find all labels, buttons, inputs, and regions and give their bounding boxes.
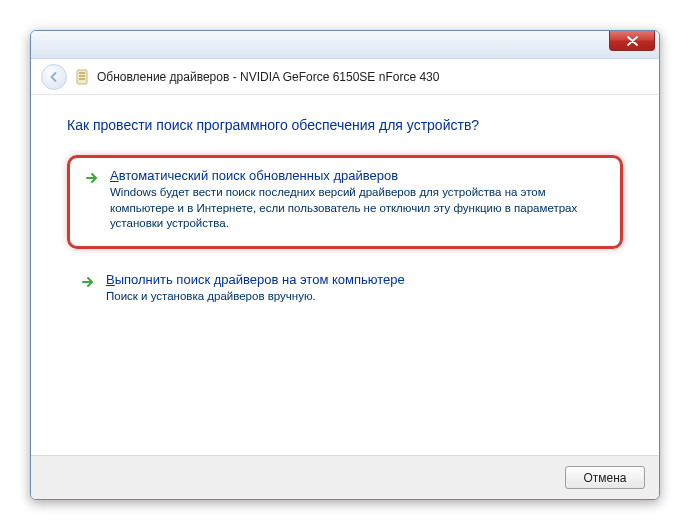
arrow-left-icon — [48, 71, 60, 83]
header-row: Обновление драйверов - NVIDIA GeForce 61… — [31, 59, 659, 95]
footer: Отмена — [31, 455, 659, 499]
driver-update-window: Обновление драйверов - NVIDIA GeForce 61… — [30, 30, 660, 500]
svg-rect-3 — [79, 78, 85, 80]
close-icon — [627, 36, 638, 46]
arrow-right-icon — [80, 274, 96, 290]
svg-rect-1 — [79, 72, 85, 74]
titlebar — [31, 31, 659, 59]
arrow-right-icon — [84, 170, 100, 186]
svg-rect-2 — [79, 75, 85, 77]
option-auto-search[interactable]: Автоматический поиск обновленных драйвер… — [67, 155, 623, 249]
cancel-button[interactable]: Отмена — [565, 466, 645, 489]
close-button[interactable] — [609, 31, 655, 51]
option-title: Автоматический поиск обновленных драйвер… — [110, 168, 606, 183]
window-title: Обновление драйверов - NVIDIA GeForce 61… — [97, 70, 439, 84]
option-title: Выполнить поиск драйверов на этом компью… — [106, 272, 610, 287]
page-heading: Как провести поиск программного обеспече… — [67, 117, 623, 133]
content-area: Как провести поиск программного обеспече… — [31, 95, 659, 339]
option-description: Поиск и установка драйверов вручную. — [106, 289, 610, 305]
option-description: Windows будет вести поиск последних верс… — [110, 185, 606, 232]
back-button[interactable] — [41, 64, 67, 90]
option-manual-search[interactable]: Выполнить поиск драйверов на этом компью… — [67, 261, 623, 318]
device-icon — [75, 69, 89, 85]
